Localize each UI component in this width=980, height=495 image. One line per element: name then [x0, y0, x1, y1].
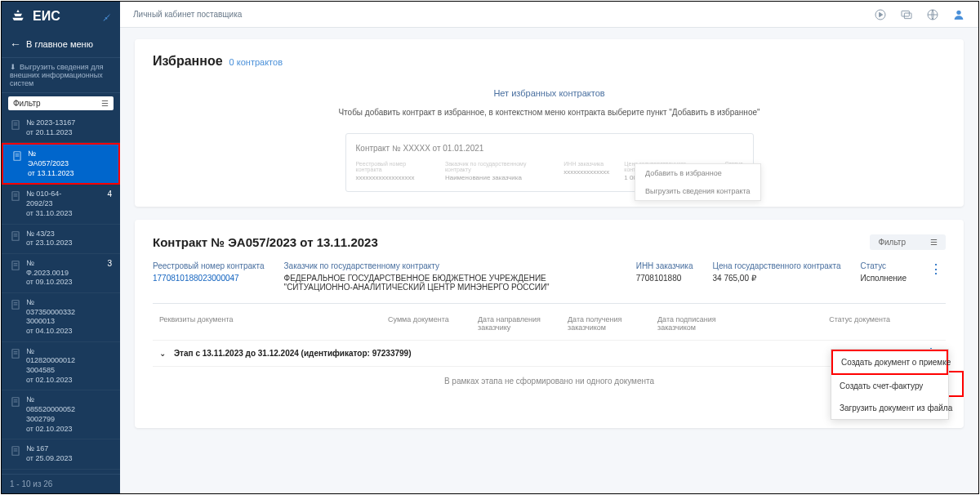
sidebar-filter[interactable]: Фильтр ☰ [8, 96, 114, 110]
contract-details-row: Реестровый номер контракта 1770810188023… [153, 261, 946, 292]
stage-context-menu: Создать документ о приемке Создать счет-… [831, 349, 949, 420]
chevron-down-icon[interactable]: ⌄ [159, 349, 166, 358]
pin-icon[interactable] [100, 11, 112, 22]
content-scroll: Избранное 0 контрактов Нет избранных кон… [120, 28, 978, 493]
example-dropdown: Добавить в избранное Выгрузить сведения … [635, 163, 760, 201]
svg-rect-31 [902, 11, 909, 16]
favorites-example-card: Контракт № XXXXX от 01.01.2021 Реестровы… [345, 133, 754, 192]
document-icon [10, 260, 21, 271]
filter-icon: ☰ [101, 99, 109, 108]
contract-title: Контракт № ЭА057/2023 от 13.11.2023 [153, 235, 378, 249]
export-hint[interactable]: ⬇Выгрузить сведения для внешних информац… [2, 57, 120, 93]
sidebar-item[interactable]: № 43/23от 23.10.2023 [2, 225, 120, 254]
menu-create-invoice[interactable]: Создать счет-фактуру [831, 375, 948, 397]
globe-icon[interactable] [926, 8, 939, 21]
sidebar-pagination: 1 - 10 из 26 [2, 474, 120, 493]
stage-row[interactable]: ⌄ Этап с 13.11.2023 до 31.12.2024 (идент… [153, 340, 946, 366]
app-logo-icon [10, 8, 26, 25]
sidebar: ЕИС В главное меню ⬇Выгрузить сведения д… [2, 2, 120, 493]
favorites-hint: Чтобы добавить контракт в избранное, в к… [153, 105, 946, 133]
sidebar-item[interactable]: №Ф.2023.0019от 09.10.2023 3 [2, 254, 120, 293]
main-area: Личный кабинет поставщика Избранное 0 ко… [120, 2, 978, 493]
favorites-count: 0 контрактов [229, 57, 283, 67]
document-icon [11, 150, 23, 162]
contract-inn: 7708101880 [636, 274, 693, 283]
stage-table: Реквизиты документа Сумма документа Дата… [153, 303, 946, 395]
document-icon [10, 396, 21, 408]
sidebar-item[interactable]: № 010-64-2092/23от 31.10.2023 4 [2, 185, 120, 224]
svg-rect-32 [904, 13, 911, 19]
app-title: ЕИС [33, 9, 60, 24]
sidebar-item[interactable]: №0373500003323000013от 04.10.2023 [2, 293, 120, 342]
contract-reg-link[interactable]: 1770810188023000047 [153, 274, 265, 283]
topbar: Личный кабинет поставщика [120, 2, 978, 28]
document-icon [10, 299, 21, 310]
menu-upload-from-file[interactable]: Загрузить документ из файла [831, 397, 948, 419]
document-icon [10, 230, 21, 242]
favorites-title: Избранное [153, 54, 223, 69]
contract-panel: Контракт № ЭА057/2023 от 13.11.2023 Филь… [135, 220, 964, 428]
svg-point-34 [956, 10, 960, 14]
breadcrumb: Личный кабинет поставщика [133, 10, 242, 19]
back-to-main-menu[interactable]: В главное меню [2, 31, 120, 57]
user-icon[interactable] [952, 8, 965, 21]
contract-status: Исполнение [860, 274, 906, 283]
contract-customer: ФЕДЕРАЛЬНОЕ ГОСУДАРСТВЕННОЕ БЮДЖЕТНОЕ УЧ… [284, 274, 617, 292]
favorites-panel: Избранное 0 контрактов Нет избранных кон… [135, 39, 964, 207]
chat-icon[interactable] [900, 8, 913, 21]
sidebar-item-active[interactable]: №ЭА057/2023от 13.11.2023 [2, 143, 120, 185]
sidebar-item[interactable]: №0128200000123004585от 02.10.2023 [2, 342, 120, 391]
sidebar-item[interactable]: №0855200000523002799от 02.10.2023 [2, 390, 120, 439]
contract-filter-button[interactable]: Фильтр ☰ [870, 234, 946, 250]
document-icon [10, 119, 21, 131]
menu-create-acceptance-doc[interactable]: Создать документ о приемке [831, 350, 948, 375]
sidebar-header: ЕИС [2, 2, 120, 31]
sidebar-contract-list: № 2023-13167от 20.11.2023 №ЭА057/2023от … [2, 114, 120, 474]
sidebar-item[interactable]: № 167от 25.09.2023 [2, 439, 120, 469]
document-icon [10, 348, 21, 359]
filter-lines-icon: ☰ [930, 238, 938, 247]
play-icon[interactable] [874, 8, 887, 21]
contract-more-icon[interactable]: ⋮ [926, 261, 946, 292]
sidebar-item[interactable]: № 2023-13167от 20.11.2023 [2, 114, 120, 143]
document-icon [10, 445, 21, 457]
favorites-empty: Нет избранных контрактов [153, 82, 946, 105]
stage-empty: В рамках этапа не сформировано ни одного… [153, 366, 946, 395]
stage-table-headers: Реквизиты документа Сумма документа Дата… [153, 312, 946, 340]
document-icon [10, 190, 21, 202]
contract-price: 34 765,00 ₽ [713, 274, 841, 283]
